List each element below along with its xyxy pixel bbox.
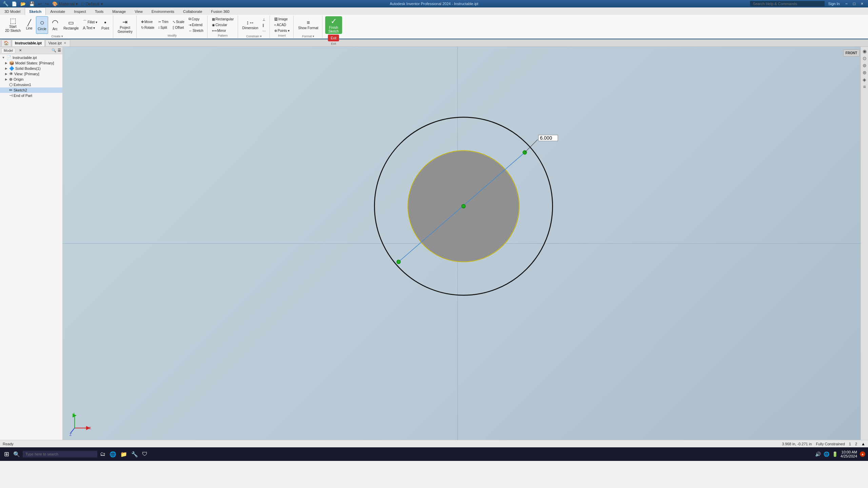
trim-label: Trim bbox=[162, 20, 169, 24]
rectangular-button[interactable]: ▦ Rectangular bbox=[210, 16, 236, 22]
text-button[interactable]: A Text ▾ bbox=[81, 25, 99, 31]
qa-undo[interactable]: ↩ bbox=[37, 1, 43, 7]
inventor-taskbar-button[interactable]: 🔧 bbox=[130, 450, 139, 459]
qa-open[interactable]: 📂 bbox=[19, 1, 27, 7]
panel-btn-6[interactable]: ≡ bbox=[862, 84, 868, 90]
viewport[interactable]: 6.000 FRONT ◉ ⊙ ⊚ ⊛ ◈ ≡ X Y bbox=[63, 47, 868, 440]
create-buttons: ⬚ Start2D Sketch ╱ Line ○ Circle ◠ Arc ▭ bbox=[3, 16, 111, 34]
acad-button[interactable]: ≈ ACAD bbox=[273, 22, 292, 27]
taskview-button[interactable]: 🗂 bbox=[99, 450, 107, 459]
close-button[interactable]: × bbox=[859, 1, 865, 7]
minimize-button[interactable]: − bbox=[843, 1, 850, 7]
rotate-button[interactable]: ↻ Rotate bbox=[139, 25, 156, 30]
fillet-text-group: ⌒ Fillet ▾ A Text ▾ bbox=[81, 20, 99, 31]
tab-manage[interactable]: Manage bbox=[108, 7, 130, 15]
qa-default[interactable]: □ Default ▾ bbox=[80, 1, 104, 7]
fillet-label: Fillet ▾ bbox=[87, 20, 97, 24]
rectangle-button[interactable]: ▭ Rectangle bbox=[62, 16, 80, 34]
panel-btn-3[interactable]: ⊚ bbox=[862, 62, 868, 68]
tree-item-instructable[interactable]: ▼ 📄 Instructable.ipt bbox=[0, 55, 62, 60]
tree-item-view[interactable]: ▶ 👁 View: [Primary] bbox=[0, 71, 62, 77]
image-button[interactable]: 🖼 Image bbox=[273, 16, 292, 22]
circle-button[interactable]: ○ Circle bbox=[36, 16, 48, 34]
tab-tools[interactable]: Tools bbox=[91, 7, 108, 15]
extend-button[interactable]: ⇥ Extend bbox=[187, 22, 205, 27]
circle-label: Circle bbox=[38, 27, 46, 31]
tab-3d-model[interactable]: 3D Model bbox=[0, 7, 25, 15]
tree-item-end-of-part[interactable]: ⊣ End of Part bbox=[0, 93, 62, 98]
status-expand-button[interactable]: ▲ bbox=[861, 442, 865, 446]
split-button[interactable]: ⟟ Split bbox=[157, 25, 170, 30]
tree-item-sketch2[interactable]: ✏ Sketch2 bbox=[0, 87, 62, 93]
format-buttons: ≡ Show Format bbox=[296, 16, 320, 34]
arc-button[interactable]: ◠ Arc bbox=[49, 16, 61, 34]
constrain-h-button[interactable]: ⊥ bbox=[261, 17, 268, 22]
tab-fusion360[interactable]: Fusion 360 bbox=[206, 7, 234, 15]
search-button-taskbar[interactable]: 🔍 bbox=[12, 450, 21, 459]
panel-btn-5[interactable]: ◈ bbox=[862, 77, 868, 83]
panel-btn-1[interactable]: ◉ bbox=[862, 48, 868, 54]
point-button[interactable]: • Point bbox=[100, 16, 111, 34]
start-button[interactable]: ⊞ bbox=[3, 449, 11, 459]
tab-vase[interactable]: Vase.ipt ✕ bbox=[45, 40, 70, 46]
sidebar-search-button[interactable]: 🔍 bbox=[52, 48, 56, 53]
constrain-v-button[interactable]: ∥ bbox=[261, 22, 268, 28]
taskbar-search-input[interactable] bbox=[23, 451, 97, 458]
fillet-button[interactable]: ⌒ Fillet ▾ bbox=[81, 20, 99, 25]
tree-item-solid-bodies[interactable]: ▶ 🔷 Solid Bodies(1) bbox=[0, 66, 62, 71]
explorer-button[interactable]: 📁 bbox=[119, 450, 129, 459]
sidebar-tab-model[interactable]: Model bbox=[1, 48, 15, 53]
show-format-button[interactable]: ≡ Show Format bbox=[296, 16, 320, 34]
exit-button[interactable]: Exit bbox=[328, 35, 339, 41]
copy-button[interactable]: ⧉ Copy bbox=[187, 16, 205, 22]
offset-button[interactable]: ⟦ Offset bbox=[171, 25, 186, 30]
ribbon-group-exit: ✓ FinishSketch Exit Exit bbox=[323, 16, 344, 38]
panel-btn-2[interactable]: ⊙ bbox=[862, 55, 868, 61]
move-button[interactable]: ✥ Move bbox=[139, 19, 156, 25]
tab-vase-close[interactable]: ✕ bbox=[63, 41, 67, 45]
line-button[interactable]: ╱ Line bbox=[23, 16, 35, 34]
tab-inspect[interactable]: Inspect bbox=[70, 7, 90, 15]
project-geometry-button[interactable]: ⇥ ProjectGeometry bbox=[116, 18, 134, 35]
finish-sketch-button[interactable]: ✓ FinishSketch bbox=[325, 16, 342, 34]
app-icon: 🔧 bbox=[3, 1, 8, 6]
tab-environments[interactable]: Environments bbox=[147, 7, 179, 15]
qa-material[interactable]: 🎨 Material ▾ bbox=[51, 1, 79, 7]
search-help-input[interactable] bbox=[750, 1, 825, 6]
tab-annotate[interactable]: Annotate bbox=[46, 7, 70, 15]
dimension-button[interactable]: ↕↔ Dimension bbox=[241, 16, 260, 34]
trim-button[interactable]: ✂ Trim bbox=[157, 19, 170, 25]
circular-button[interactable]: ◉ Circular bbox=[210, 22, 236, 27]
mirror-button[interactable]: ⟺ Mirror bbox=[210, 28, 236, 33]
panel-btn-4[interactable]: ⊛ bbox=[862, 69, 868, 76]
constrain-more-button[interactable]: ⋯ bbox=[261, 28, 268, 34]
tree-item-extrusion1[interactable]: ⬡ Extrusion1 bbox=[0, 82, 62, 87]
tree-item-model-states[interactable]: ▶ 📦 Model States: [Primary] bbox=[0, 60, 62, 66]
tree-item-origin[interactable]: ▶ ⊕ Origin bbox=[0, 77, 62, 82]
tab-view[interactable]: View bbox=[130, 7, 147, 15]
tab-home[interactable]: 🏠 bbox=[1, 40, 11, 46]
offset-label: Offset bbox=[175, 26, 184, 29]
sidebar-menu-button[interactable]: ☰ bbox=[58, 48, 61, 53]
tab-sketch[interactable]: Sketch bbox=[25, 7, 46, 15]
ribbon-group-create: ⬚ Start2D Sketch ╱ Line ○ Circle ◠ Arc ▭ bbox=[1, 16, 113, 38]
qa-redo[interactable]: ↪ bbox=[44, 1, 50, 7]
qa-save[interactable]: 💾 bbox=[28, 1, 36, 7]
view-cube-area[interactable]: FRONT bbox=[843, 49, 860, 57]
sign-in-button[interactable]: Sign In bbox=[826, 1, 842, 6]
edge-button[interactable]: 🌐 bbox=[108, 450, 118, 459]
tab-instructable[interactable]: Instructable.ipt bbox=[12, 40, 45, 46]
sidebar-tab-add[interactable]: ✕ bbox=[17, 48, 24, 53]
qa-new[interactable]: 📄 bbox=[11, 1, 18, 7]
shield-button[interactable]: 🛡 bbox=[141, 450, 149, 459]
maximize-button[interactable]: □ bbox=[851, 1, 857, 7]
rectangle-icon: ▭ bbox=[68, 20, 74, 26]
tab-collaborate[interactable]: Collaborate bbox=[179, 7, 206, 15]
text-label: Text ▾ bbox=[86, 26, 95, 30]
scale-button[interactable]: ⤡ Scale bbox=[171, 19, 186, 25]
start-2d-sketch-button[interactable]: ⬚ Start2D Sketch bbox=[3, 16, 22, 34]
stretch-button[interactable]: ↔ Stretch bbox=[187, 28, 205, 33]
front-label[interactable]: FRONT bbox=[843, 49, 860, 57]
points-button[interactable]: ⊕ Points ▾ bbox=[273, 28, 292, 33]
line-icon: ╱ bbox=[27, 20, 31, 26]
